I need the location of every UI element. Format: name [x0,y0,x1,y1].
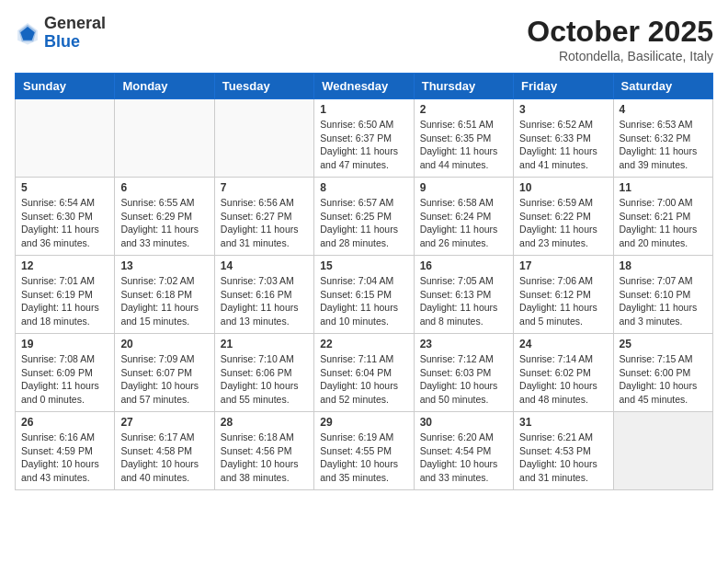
day-number: 26 [21,416,108,429]
day-number: 23 [420,338,507,350]
logo-text: General Blue [44,15,106,52]
day-info: Sunrise: 7:09 AM Sunset: 6:07 PM Dayligh… [120,352,208,407]
calendar-cell: 10Sunrise: 6:59 AM Sunset: 6:22 PM Dayli… [514,178,613,256]
day-number: 14 [221,259,308,272]
column-header-wednesday: Wednesday [314,74,414,99]
day-number: 15 [320,259,407,272]
logo-icon [15,20,40,46]
calendar-cell: 3Sunrise: 6:52 AM Sunset: 6:33 PM Daylig… [514,99,613,178]
calendar-cell: 21Sunrise: 7:10 AM Sunset: 6:06 PM Dayli… [214,334,313,412]
calendar-cell: 7Sunrise: 6:56 AM Sunset: 6:27 PM Daylig… [214,178,313,256]
week-row-4: 19Sunrise: 7:08 AM Sunset: 6:09 PM Dayli… [16,334,713,412]
day-info: Sunrise: 6:57 AM Sunset: 6:25 PM Dayligh… [320,196,407,250]
day-info: Sunrise: 7:11 AM Sunset: 6:04 PM Dayligh… [320,352,407,407]
day-info: Sunrise: 7:02 AM Sunset: 6:18 PM Dayligh… [120,274,208,328]
week-row-5: 26Sunrise: 6:16 AM Sunset: 4:59 PM Dayli… [16,412,713,490]
day-info: Sunrise: 6:19 AM Sunset: 4:55 PM Dayligh… [320,431,407,485]
column-header-tuesday: Tuesday [214,74,313,99]
location: Rotondella, Basilicate, Italy [527,49,713,63]
calendar-cell: 22Sunrise: 7:11 AM Sunset: 6:04 PM Dayli… [314,334,414,412]
day-info: Sunrise: 6:58 AM Sunset: 6:24 PM Dayligh… [420,196,507,250]
day-info: Sunrise: 7:10 AM Sunset: 6:06 PM Dayligh… [221,352,308,407]
day-number: 17 [519,259,607,272]
column-header-monday: Monday [115,74,214,99]
calendar-cell: 9Sunrise: 6:58 AM Sunset: 6:24 PM Daylig… [414,178,513,256]
day-info: Sunrise: 6:55 AM Sunset: 6:29 PM Dayligh… [120,196,208,250]
month-title: October 2025 [527,15,713,49]
calendar-cell: 26Sunrise: 6:16 AM Sunset: 4:59 PM Dayli… [16,412,115,490]
day-number: 2 [420,103,507,116]
day-info: Sunrise: 7:06 AM Sunset: 6:12 PM Dayligh… [519,274,607,328]
day-info: Sunrise: 6:20 AM Sunset: 4:54 PM Dayligh… [420,431,507,485]
calendar-cell: 23Sunrise: 7:12 AM Sunset: 6:03 PM Dayli… [414,334,513,412]
column-header-friday: Friday [514,74,613,99]
day-number: 5 [21,181,108,194]
week-row-3: 12Sunrise: 7:01 AM Sunset: 6:19 PM Dayli… [16,256,713,334]
calendar-cell [214,99,313,178]
column-header-saturday: Saturday [613,74,712,99]
day-number: 8 [320,181,407,194]
calendar-cell: 4Sunrise: 6:53 AM Sunset: 6:32 PM Daylig… [613,99,712,178]
day-info: Sunrise: 6:52 AM Sunset: 6:33 PM Dayligh… [519,118,607,172]
day-number: 7 [221,181,308,194]
day-number: 1 [320,103,407,116]
day-info: Sunrise: 6:51 AM Sunset: 6:35 PM Dayligh… [420,118,507,172]
day-number: 6 [120,181,208,194]
day-info: Sunrise: 7:00 AM Sunset: 6:21 PM Dayligh… [620,196,707,250]
day-info: Sunrise: 7:08 AM Sunset: 6:09 PM Dayligh… [21,352,108,407]
calendar-cell: 28Sunrise: 6:18 AM Sunset: 4:56 PM Dayli… [214,412,313,490]
week-row-1: 1Sunrise: 6:50 AM Sunset: 6:37 PM Daylig… [16,99,713,178]
day-info: Sunrise: 7:05 AM Sunset: 6:13 PM Dayligh… [420,274,507,328]
day-number: 24 [519,338,607,350]
calendar-cell: 13Sunrise: 7:02 AM Sunset: 6:18 PM Dayli… [115,256,214,334]
calendar-cell: 30Sunrise: 6:20 AM Sunset: 4:54 PM Dayli… [414,412,513,490]
calendar-cell: 31Sunrise: 6:21 AM Sunset: 4:53 PM Dayli… [514,412,613,490]
calendar-cell: 6Sunrise: 6:55 AM Sunset: 6:29 PM Daylig… [115,178,214,256]
day-number: 22 [320,338,407,350]
day-info: Sunrise: 7:15 AM Sunset: 6:00 PM Dayligh… [620,352,707,407]
day-info: Sunrise: 6:16 AM Sunset: 4:59 PM Dayligh… [21,431,108,485]
calendar-cell: 1Sunrise: 6:50 AM Sunset: 6:37 PM Daylig… [314,99,414,178]
day-number: 12 [21,259,108,272]
calendar-cell [613,412,712,490]
calendar-cell: 2Sunrise: 6:51 AM Sunset: 6:35 PM Daylig… [414,99,513,178]
day-number: 28 [221,416,308,429]
day-info: Sunrise: 6:59 AM Sunset: 6:22 PM Dayligh… [519,196,607,250]
day-number: 10 [519,181,607,194]
week-row-2: 5Sunrise: 6:54 AM Sunset: 6:30 PM Daylig… [16,178,713,256]
day-info: Sunrise: 7:07 AM Sunset: 6:10 PM Dayligh… [620,274,707,328]
calendar-cell [16,99,115,178]
calendar-cell: 11Sunrise: 7:00 AM Sunset: 6:21 PM Dayli… [613,178,712,256]
calendar-cell: 18Sunrise: 7:07 AM Sunset: 6:10 PM Dayli… [613,256,712,334]
calendar-cell: 16Sunrise: 7:05 AM Sunset: 6:13 PM Dayli… [414,256,513,334]
calendar-cell: 24Sunrise: 7:14 AM Sunset: 6:02 PM Dayli… [514,334,613,412]
column-header-thursday: Thursday [414,74,513,99]
day-info: Sunrise: 6:17 AM Sunset: 4:58 PM Dayligh… [120,431,208,485]
day-number: 20 [120,338,208,350]
calendar-cell: 19Sunrise: 7:08 AM Sunset: 6:09 PM Dayli… [16,334,115,412]
day-number: 21 [221,338,308,350]
day-number: 25 [620,338,707,350]
calendar-cell: 14Sunrise: 7:03 AM Sunset: 6:16 PM Dayli… [214,256,313,334]
calendar-cell: 8Sunrise: 6:57 AM Sunset: 6:25 PM Daylig… [314,178,414,256]
day-info: Sunrise: 7:01 AM Sunset: 6:19 PM Dayligh… [21,274,108,328]
calendar-cell: 20Sunrise: 7:09 AM Sunset: 6:07 PM Dayli… [115,334,214,412]
day-number: 18 [620,259,707,272]
day-info: Sunrise: 6:50 AM Sunset: 6:37 PM Dayligh… [320,118,407,172]
day-info: Sunrise: 6:53 AM Sunset: 6:32 PM Dayligh… [620,118,707,172]
calendar-cell: 17Sunrise: 7:06 AM Sunset: 6:12 PM Dayli… [514,256,613,334]
day-info: Sunrise: 6:18 AM Sunset: 4:56 PM Dayligh… [221,431,308,485]
day-info: Sunrise: 7:12 AM Sunset: 6:03 PM Dayligh… [420,352,507,407]
day-number: 4 [620,103,707,116]
day-number: 19 [21,338,108,350]
calendar: SundayMondayTuesdayWednesdayThursdayFrid… [15,73,713,490]
day-info: Sunrise: 6:21 AM Sunset: 4:53 PM Dayligh… [519,431,607,485]
day-number: 27 [120,416,208,429]
title-area: October 2025 Rotondella, Basilicate, Ita… [527,15,713,63]
calendar-header-row: SundayMondayTuesdayWednesdayThursdayFrid… [16,74,713,99]
day-info: Sunrise: 7:04 AM Sunset: 6:15 PM Dayligh… [320,274,407,328]
column-header-sunday: Sunday [16,74,115,99]
day-info: Sunrise: 6:54 AM Sunset: 6:30 PM Dayligh… [21,196,108,250]
calendar-cell: 29Sunrise: 6:19 AM Sunset: 4:55 PM Dayli… [314,412,414,490]
calendar-cell: 27Sunrise: 6:17 AM Sunset: 4:58 PM Dayli… [115,412,214,490]
